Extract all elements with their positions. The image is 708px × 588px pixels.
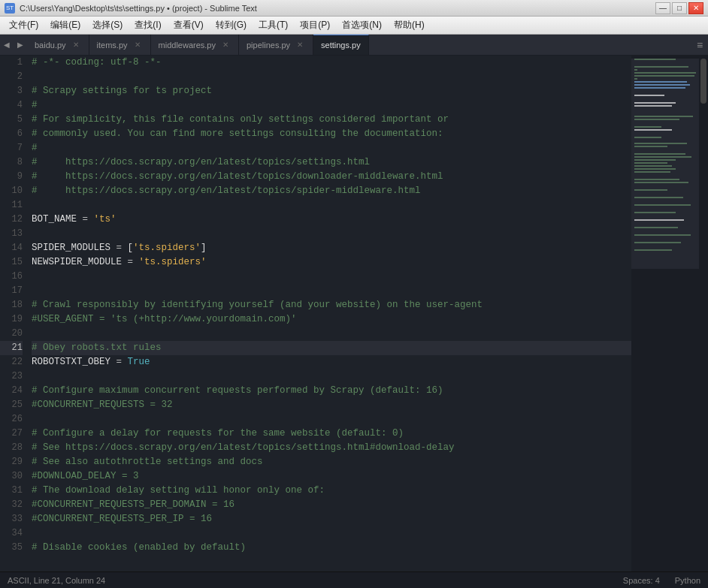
tab-prev-button[interactable]: ◀ [0, 35, 14, 55]
code-line-12: BOT_NAME = 'ts' [32, 213, 631, 227]
statusbar: ASCII, Line 21, Column 24 Spaces: 4 Pyth… [0, 571, 708, 588]
code-line-6: # commonly used. You can find more setti… [32, 127, 631, 141]
menu-view[interactable]: 查看(V) [168, 17, 210, 33]
code-line-32: #CONCURRENT_REQUESTS_PER_DOMAIN = 16 [32, 498, 631, 512]
statusbar-spaces[interactable]: Spaces: 4 [623, 576, 660, 585]
code-line-4: # [32, 98, 631, 113]
tab-items-close[interactable]: ✕ [132, 40, 143, 50]
code-line-16 [32, 270, 631, 284]
line-num-23: 23 [0, 369, 23, 384]
titlebar-left: ST C:\Users\Yang\Desktop\ts\ts\settings.… [5, 3, 257, 14]
code-line-7: # [32, 141, 631, 155]
line-num-22: 22 [0, 355, 23, 369]
code-line-17 [32, 284, 631, 298]
code-line-21: # Obey robots.txt rules [32, 341, 631, 355]
line-num-26: 26 [0, 412, 23, 427]
line-num-16: 16 [0, 270, 23, 284]
code-line-35: # Disable cookies (enabled by default) [32, 541, 631, 555]
line-num-5: 5 [0, 113, 23, 127]
scrollbar[interactable] [699, 56, 708, 571]
tabbar: ◀ ▶ baidu.py ✕ items.py ✕ middlewares.py… [0, 35, 708, 56]
code-line-1: # -*- coding: utf-8 -*- [32, 56, 631, 70]
line-num-17: 17 [0, 284, 23, 298]
line-numbers: 1 2 3 4 5 6 7 8 9 10 11 12 13 14 15 16 1… [0, 56, 29, 571]
line-num-6: 6 [0, 127, 23, 141]
menubar: 文件(F) 编辑(E) 选择(S) 查找(I) 查看(V) 转到(G) 工具(T… [0, 17, 708, 35]
code-line-3: # Scrapy settings for ts project [32, 84, 631, 98]
line-num-25: 25 [0, 398, 23, 412]
app-icon: ST [5, 3, 15, 14]
line-num-7: 7 [0, 141, 23, 155]
line-num-19: 19 [0, 312, 23, 327]
code-line-26 [32, 412, 631, 427]
line-num-1: 1 [0, 56, 23, 70]
code-line-9: # https://docs.scrapy.org/en/latest/topi… [32, 170, 631, 184]
code-line-34 [32, 526, 631, 541]
statusbar-right: Spaces: 4 Python [623, 576, 700, 585]
line-num-35: 35 [0, 541, 23, 555]
code-line-29: # See also autothrottle settings and doc… [32, 455, 631, 469]
line-num-34: 34 [0, 526, 23, 541]
code-line-15: NEWSPIDER_MODULE = 'ts.spiders' [32, 255, 631, 270]
code-line-30: #DOWNLOAD_DELAY = 3 [32, 469, 631, 484]
statusbar-language[interactable]: Python [675, 576, 700, 585]
line-num-29: 29 [0, 455, 23, 469]
code-line-18: # Crawl responsibly by identifying yours… [32, 298, 631, 312]
menu-find[interactable]: 查找(I) [129, 17, 167, 33]
line-num-33: 33 [0, 512, 23, 526]
scroll-thumb[interactable] [700, 59, 706, 104]
menu-edit[interactable]: 编辑(E) [44, 17, 86, 33]
code-line-31: # The download delay setting will honor … [32, 484, 631, 498]
code-line-24: # Configure maximum concurrent requests … [32, 384, 631, 398]
menu-tools[interactable]: 工具(T) [253, 17, 294, 33]
line-num-15: 15 [0, 255, 23, 270]
statusbar-info: ASCII, Line 21, Column 24 [8, 576, 105, 585]
line-num-24: 24 [0, 384, 23, 398]
tab-menu-button[interactable]: ≡ [691, 35, 708, 55]
menu-project[interactable]: 项目(P) [294, 17, 336, 33]
tab-baidu[interactable]: baidu.py ✕ [27, 35, 89, 55]
code-line-2 [32, 70, 631, 84]
line-num-31: 31 [0, 484, 23, 498]
code-line-25: #CONCURRENT_REQUESTS = 32 [32, 398, 631, 412]
line-num-8: 8 [0, 155, 23, 170]
titlebar-controls[interactable]: — □ ✕ [655, 2, 703, 14]
line-num-13: 13 [0, 227, 23, 241]
code-line-19: #USER_AGENT = 'ts (+http://www.yourdomai… [32, 312, 631, 327]
tab-items[interactable]: items.py ✕ [89, 35, 151, 55]
line-num-27: 27 [0, 427, 23, 441]
menu-select[interactable]: 选择(S) [86, 17, 129, 33]
code-line-28: # See https://docs.scrapy.org/en/latest/… [32, 441, 631, 455]
line-num-32: 32 [0, 498, 23, 512]
tab-baidu-label: baidu.py [35, 41, 66, 50]
tab-settings[interactable]: settings.py [313, 35, 369, 55]
tab-pipelines[interactable]: pipelines.py ✕ [239, 35, 313, 55]
tab-pipelines-close[interactable]: ✕ [295, 40, 305, 50]
line-num-4: 4 [0, 98, 23, 113]
line-num-21: 21 [0, 341, 23, 355]
maximize-button[interactable]: □ [672, 2, 687, 14]
line-num-2: 2 [0, 70, 23, 84]
minimap-viewport [631, 59, 699, 269]
code-line-10: # https://docs.scrapy.org/en/latest/topi… [32, 184, 631, 198]
menu-help[interactable]: 帮助(H) [388, 17, 431, 33]
code-area[interactable]: # -*- coding: utf-8 -*- # Scrapy setting… [29, 56, 631, 571]
close-button[interactable]: ✕ [688, 2, 703, 14]
code-line-8: # https://docs.scrapy.org/en/latest/topi… [32, 155, 631, 170]
menu-preferences[interactable]: 首选项(N) [336, 17, 388, 33]
line-num-10: 10 [0, 184, 23, 198]
tab-settings-label: settings.py [321, 41, 361, 50]
tab-baidu-close[interactable]: ✕ [71, 40, 81, 50]
line-num-20: 20 [0, 327, 23, 341]
minimize-button[interactable]: — [655, 2, 670, 14]
code-line-14: SPIDER_MODULES = ['ts.spiders'] [32, 241, 631, 255]
minimap[interactable] [631, 56, 699, 571]
menu-goto[interactable]: 转到(G) [210, 17, 253, 33]
tab-middlewares-close[interactable]: ✕ [220, 40, 231, 50]
menu-file[interactable]: 文件(F) [3, 17, 44, 33]
tab-middlewares[interactable]: middlewares.py ✕ [151, 35, 239, 55]
code-line-22: ROBOTSTXT_OBEY = True [32, 355, 631, 369]
tab-next-button[interactable]: ▶ [14, 35, 27, 55]
tab-middlewares-label: middlewares.py [159, 41, 216, 50]
code-line-20 [32, 327, 631, 341]
